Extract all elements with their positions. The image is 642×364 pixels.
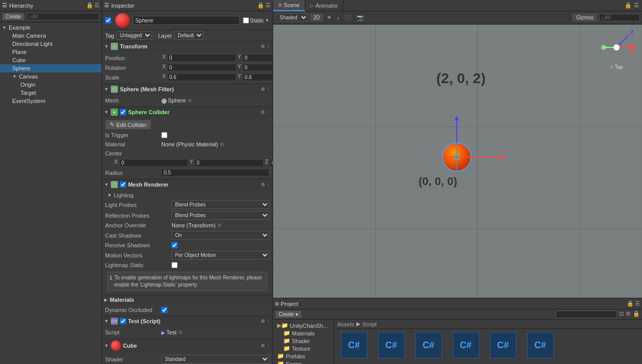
script-link-icon[interactable]: ⊙ [179,330,183,335]
renderer-overflow-icon[interactable]: ⋮ [266,182,270,187]
receive-shadows-checkbox[interactable] [171,242,178,248]
sphere-collider-header[interactable]: ▼ ● Sphere Collider ⚙ ⋮ [102,107,273,117]
project-folder-shader[interactable]: 📁 Shader [275,337,332,345]
cube-material-header[interactable]: ▼ Cube ⚙ ⋮ [102,339,273,352]
lighting-section[interactable]: ▼ Lighting [105,191,269,199]
renderer-settings-icon[interactable]: ⚙ [261,182,265,187]
static-dropdown-icon[interactable]: ▼ [265,18,269,23]
mesh-filter-overflow-icon[interactable]: ⋮ [266,87,270,92]
project-create-btn[interactable]: Create ▾ [275,310,302,318]
center-y-input[interactable] [194,159,263,167]
transform-settings-icon[interactable]: ⚙ [261,44,265,49]
reflection-probes-select[interactable]: Blend Probes [171,211,269,220]
effects-toolbar-icon[interactable]: ⬛ [343,14,353,21]
mesh-renderer-header[interactable]: ▼ ⬡ Mesh Renderer ⚙ ⋮ [102,179,273,190]
scale-y-input[interactable] [242,73,273,81]
motion-vectors-select[interactable]: Per Object Motion [171,251,269,259]
gizmos-btn[interactable]: Gizmos [573,14,597,21]
transform-overflow-icon[interactable]: ⋮ [266,44,270,49]
2d-btn[interactable]: 2D [310,14,323,21]
cast-shadows-select[interactable]: On [171,231,269,240]
project-menu-icon[interactable]: ☰ [635,300,640,307]
scene-menu-icon[interactable]: ☰ [634,2,639,9]
renderer-enable-checkbox[interactable] [120,181,126,188]
scene-search-input[interactable] [599,14,640,21]
project-folder-materials[interactable]: 📁 Materials [275,329,332,337]
project-lock-icon[interactable]: 🔒 [627,300,634,307]
scale-x-input[interactable] [167,73,236,81]
mesh-filter-header[interactable]: ▼ ⬡ Sphere (Mesh Filter) ⚙ ⋮ [102,84,273,94]
hierarchy-item-cube[interactable]: Cube [0,56,102,64]
asset-item-1[interactable]: C# [375,332,408,359]
object-name-input[interactable] [133,16,240,25]
rotation-y-input[interactable] [242,64,273,71]
center-x-input[interactable] [119,159,188,167]
asset-item-5[interactable]: C# [524,332,557,359]
position-y-input[interactable] [242,54,273,62]
hierarchy-menu-icon[interactable]: ☰ [94,2,100,9]
hierarchy-item-origin[interactable]: Origin [0,81,102,89]
project-settings-icon[interactable]: ⚙ [626,310,631,318]
materials-header[interactable]: ▶ Materials [102,295,273,304]
rotation-x-input[interactable] [167,64,236,71]
project-search-input[interactable] [556,310,617,318]
asset-item-3[interactable]: C# [449,332,482,359]
hierarchy-item-example[interactable]: ▼ Example [0,23,102,32]
is-trigger-checkbox[interactable] [161,132,167,138]
hierarchy-item-plane[interactable]: Plane [0,48,102,56]
scene-tab[interactable]: ⊞ Scene [273,0,305,11]
hierarchy-item-main-camera[interactable]: Main Camera [0,32,102,40]
collider-material-link-icon[interactable]: ⊙ [220,142,224,147]
hierarchy-search-input[interactable] [27,13,100,20]
project-folder-texture[interactable]: 📁 Texture [275,345,332,352]
object-enable-checkbox[interactable] [105,17,111,23]
anchor-link-icon[interactable]: ⊙ [217,223,221,228]
inspector-lock-icon[interactable]: 🔒 [257,2,264,9]
project-collapse-icon[interactable]: ⊡ [619,310,624,318]
hierarchy-item-target[interactable]: Target [0,89,102,97]
mesh-filter-settings-icon[interactable]: ⚙ [261,87,265,92]
layer-select[interactable]: Default [174,31,204,40]
hierarchy-item-sphere[interactable]: Sphere [0,64,102,72]
hierarchy-item-eventsystem[interactable]: EventSystem [0,97,102,105]
asset-item-4[interactable]: C# [486,332,520,359]
script-overflow-icon[interactable]: ⋮ [266,319,270,324]
collider-enable-checkbox[interactable] [120,109,126,115]
audio-toolbar-icon[interactable]: ♪ [335,15,341,21]
position-x-input[interactable] [167,54,236,62]
animator-tab[interactable]: ▷ Animator [305,0,343,11]
project-folder-prefabs[interactable]: 📁 Prefabs [275,352,332,360]
camera-toolbar-icon[interactable]: 📷 [355,14,365,21]
project-folder-unitychan[interactable]: ▶📁 UnityChanSh... [275,322,332,329]
hierarchy-lock-icon[interactable]: 🔒 [86,2,93,9]
static-checkbox[interactable] [243,17,249,23]
script-enable-checkbox[interactable] [120,318,126,324]
collider-overflow-icon[interactable]: ⋮ [266,110,270,115]
project-lock2-icon[interactable]: 🔒 [633,310,640,318]
hierarchy-create-btn[interactable]: Create [2,13,24,20]
light-probes-select[interactable]: Blend Probes [171,200,269,209]
center-field: Center [105,149,269,158]
collider-settings-icon[interactable]: ⚙ [261,110,265,115]
asset-item-0[interactable]: C# [337,332,371,359]
project-folder-scene[interactable]: 📁 Scene [275,360,332,364]
lightmap-static-checkbox[interactable] [171,262,178,268]
dynamic-occluded-checkbox[interactable] [161,307,167,313]
radius-input[interactable] [161,169,269,176]
hierarchy-item-directional-light[interactable]: Directional Light [0,40,102,48]
cube-mat-settings-icon[interactable]: ⚙ [261,343,265,348]
inspector-menu-icon[interactable]: ☰ [265,2,270,9]
script-settings-icon[interactable]: ⚙ [261,319,265,324]
edit-collider-btn[interactable]: ✎ Edit Collider [105,120,151,129]
mesh-link-icon[interactable]: ⊙ [188,98,192,103]
test-script-header[interactable]: ▼ C# Test (Script) ⚙ ⋮ [102,316,273,326]
transform-header[interactable]: ▼ ↔ Transform ⚙ ⋮ [102,41,273,51]
light-toolbar-icon[interactable]: ☀ [325,14,333,21]
hierarchy-item-canvas[interactable]: ▼ Canvas [0,72,102,81]
shader-select[interactable]: Standard [161,355,269,363]
shading-select[interactable]: Shaded [275,13,308,22]
cube-mat-overflow-icon[interactable]: ⋮ [266,343,270,348]
scene-lock-icon[interactable]: 🔒 [625,2,632,9]
asset-item-2[interactable]: C# [412,332,445,359]
tag-select[interactable]: Untagged [116,31,152,40]
